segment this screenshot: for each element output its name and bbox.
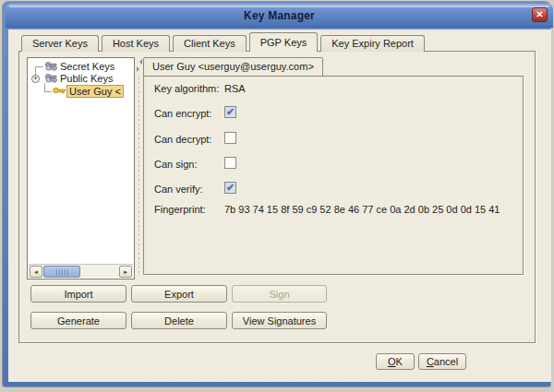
tree-line-branch-1: [35, 66, 43, 67]
tree-expander-public-keys[interactable]: +: [31, 75, 40, 83]
selected-key-tab[interactable]: User Guy <userguy@userguy.com>: [143, 57, 323, 77]
ok-button[interactable]: OK: [376, 353, 415, 370]
ok-mnemonic: O: [388, 356, 396, 367]
splitter-collapse-arrows-icon: [136, 59, 142, 74]
gold-key-icon: [53, 86, 66, 98]
scroll-right-button[interactable]: ►: [119, 266, 132, 278]
scrollbar-thumb[interactable]: [43, 266, 80, 278]
can-encrypt-label: Can encrypt:: [154, 108, 211, 119]
sign-button[interactable]: Sign: [232, 285, 327, 303]
close-icon: ✕: [536, 9, 543, 19]
key-tree[interactable]: + Secret Keys: [27, 57, 135, 279]
tab-client-keys[interactable]: Client Keys: [173, 35, 247, 52]
tab-key-expiry-report[interactable]: Key Expiry Report: [320, 35, 425, 52]
cancel-mnemonic: C: [427, 356, 434, 367]
tree-item-label: Public Keys: [58, 73, 114, 84]
ok-rest: K: [396, 356, 403, 367]
key-manager-dialog: Key Manager ✕ Server Keys Host Keys Clie…: [0, 0, 554, 392]
cancel-button[interactable]: Cancel: [418, 353, 466, 370]
import-button[interactable]: Import: [30, 285, 126, 303]
can-verify-label: Can verify:: [154, 184, 203, 195]
delete-button[interactable]: Delete: [131, 312, 227, 329]
tab-pgp-keys[interactable]: PGP Keys: [249, 32, 319, 52]
tree-horizontal-scrollbar[interactable]: ◄ ►: [29, 264, 133, 278]
key-algorithm-value: RSA: [224, 83, 246, 94]
arrow-left-icon: ◄: [33, 269, 39, 275]
tab-server-keys[interactable]: Server Keys: [21, 35, 99, 52]
can-sign-checkbox[interactable]: [224, 157, 236, 169]
generate-button[interactable]: Generate: [30, 312, 126, 329]
key-detail-panel: [143, 76, 524, 275]
can-decrypt-checkbox[interactable]: [224, 132, 236, 144]
fingerprint-value: 7b 93 74 15 8f 59 c9 52 8e 46 77 ce 0a 2…: [224, 204, 500, 215]
title-bar[interactable]: Key Manager ✕: [6, 4, 553, 28]
can-verify-checkbox[interactable]: ✔: [224, 182, 236, 194]
view-signatures-button[interactable]: View Signatures: [232, 312, 327, 329]
can-sign-label: Can sign:: [154, 159, 197, 170]
key-algorithm-label: Key algorithm:: [154, 83, 219, 94]
tree-item-label-selected: User Guy <: [66, 85, 124, 98]
export-button[interactable]: Export: [131, 285, 227, 303]
splitter-grip: [138, 77, 139, 276]
tab-host-keys[interactable]: Host Keys: [102, 35, 170, 52]
splitter-handle[interactable]: [136, 57, 142, 279]
can-encrypt-checkbox[interactable]: ✔: [224, 106, 236, 118]
scroll-left-button[interactable]: ◄: [30, 266, 42, 278]
fingerprint-label: Fingerprint:: [154, 204, 206, 215]
can-decrypt-label: Can decrypt:: [154, 134, 211, 145]
close-button[interactable]: ✕: [532, 7, 548, 22]
tree-line-branch-3: [44, 91, 52, 92]
cancel-rest: ancel: [434, 356, 458, 367]
tab-bar: Server Keys Host Keys Client Keys PGP Ke…: [21, 32, 428, 52]
window-title: Key Manager: [6, 9, 553, 22]
double-keys-icon: [44, 73, 58, 87]
arrow-right-icon: ►: [123, 269, 128, 275]
tree-item-label: Secret Keys: [58, 61, 116, 72]
